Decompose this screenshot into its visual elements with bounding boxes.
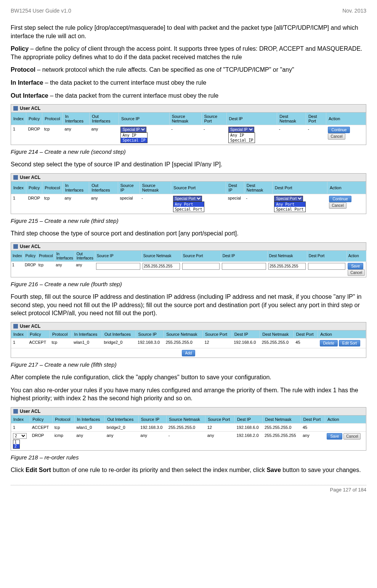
cell-protocol: tcp xyxy=(37,261,55,277)
cell-outif: bridge2_0 xyxy=(102,338,136,348)
th-action: Action xyxy=(327,182,366,194)
dest-ip-select[interactable]: Special IP xyxy=(228,127,254,132)
panel-label: User ACL xyxy=(20,106,40,111)
th-destip: Dest IP xyxy=(232,330,260,338)
source-mask-input[interactable] xyxy=(143,263,180,270)
source-ip-options[interactable]: Any IP Special IP xyxy=(120,132,147,143)
acl-table: Index Policy Protocol In Interfaces Out … xyxy=(11,416,366,450)
cell-srcip xyxy=(95,261,141,277)
source-port-options[interactable]: Any Port Special Port xyxy=(173,201,204,212)
acl-table: Index Policy Protocol In Interfaces Out … xyxy=(11,182,366,214)
option-any-ip[interactable]: Any IP xyxy=(229,133,255,138)
page-footer: Page 127 of 184 xyxy=(11,485,366,493)
cell-protocol: icmp xyxy=(53,431,75,450)
acl-table: Index Policy Protocol In Interfaces Out … xyxy=(11,330,366,348)
cell-srcport: Special Port Any Port Special Port xyxy=(171,194,226,214)
th-policy: Policy xyxy=(26,182,42,194)
doc-date: Nov. 2013 xyxy=(342,8,366,14)
option-1[interactable]: 1 xyxy=(13,440,19,444)
cell-srcport xyxy=(181,261,221,277)
add-bar: Add xyxy=(11,348,366,358)
th-srcmask: Source Netmask xyxy=(140,182,171,194)
option-any-ip[interactable]: Any IP xyxy=(121,133,147,138)
th-destport: Dest Port xyxy=(306,113,326,125)
option-any-port[interactable]: Any Port xyxy=(173,202,204,207)
option-special-ip[interactable]: Special IP xyxy=(121,138,147,143)
th-action: Action xyxy=(325,416,366,424)
th-destip: Dest IP xyxy=(226,182,244,194)
cancel-button[interactable]: Cancel xyxy=(329,202,346,209)
delete-button[interactable]: Delete xyxy=(320,340,338,346)
cell-inif: any xyxy=(63,194,89,214)
index-select[interactable]: 2 xyxy=(13,433,27,439)
index-options[interactable]: 1 2 xyxy=(13,440,20,449)
text-fragment: button to save your changes. xyxy=(281,467,361,473)
th-srcmask: Source Netmask xyxy=(164,330,203,338)
panel-icon xyxy=(13,106,18,111)
source-port-input[interactable] xyxy=(182,263,220,270)
continue-button[interactable]: Continue xyxy=(329,196,351,202)
cell-inif: any xyxy=(55,261,75,277)
cell-inif: wlan1_0 xyxy=(74,423,104,431)
cell-inif: any xyxy=(63,125,89,145)
th-policy: Policy xyxy=(27,330,50,338)
option-any-port[interactable]: Any Port xyxy=(274,202,305,207)
th-srcmask: Source Netmask xyxy=(141,251,181,262)
cell-destport xyxy=(307,261,347,277)
cancel-button[interactable]: Cancel xyxy=(328,133,345,140)
th-srcport: Source Port xyxy=(181,251,221,262)
cell-action: Save Cancel xyxy=(325,431,366,450)
th-destport: Dest Port xyxy=(294,330,318,338)
source-ip-input[interactable] xyxy=(96,263,140,270)
th-index: Index xyxy=(11,113,26,125)
cell-srcip: 192.168.3.0 xyxy=(136,338,164,348)
th-action: Action xyxy=(347,251,366,262)
cell-policy: DROP xyxy=(26,194,42,214)
cell-destip: 192.168.6.0 xyxy=(232,338,260,348)
cell-destmask: 255.255.255.255 xyxy=(263,431,301,450)
source-port-select[interactable]: Special Port xyxy=(173,196,202,201)
dest-port-select[interactable]: Special Port xyxy=(274,196,303,201)
term-desc: – network protocol which the rule affect… xyxy=(35,66,294,73)
continue-button[interactable]: Continue xyxy=(328,127,350,133)
th-action: Action xyxy=(326,113,366,125)
cell-destip: 192.168.6.0 xyxy=(234,423,263,431)
cell-srcmask xyxy=(141,261,181,277)
add-button[interactable]: Add xyxy=(182,350,196,356)
th-srcip: Source IP xyxy=(136,330,164,338)
option-special-port[interactable]: Special Port xyxy=(173,207,204,212)
term-out-interface: Out Interface xyxy=(11,92,48,99)
cell-protocol: tcp xyxy=(53,423,75,431)
body-text: Second step select the type of source IP… xyxy=(11,160,366,169)
th-action: Action xyxy=(318,330,366,338)
cell-destmask: - xyxy=(244,194,272,214)
dest-mask-input[interactable] xyxy=(268,263,306,270)
dest-ip-input[interactable] xyxy=(222,263,266,270)
panel-icon xyxy=(13,244,18,249)
dest-port-input[interactable] xyxy=(308,263,345,270)
cell-protocol: tcp xyxy=(42,194,63,214)
acl-table: Index Policy Protocol In Interfaces Out … xyxy=(11,251,366,277)
cell-outif: any xyxy=(89,194,118,214)
save-button[interactable]: Save xyxy=(327,433,342,440)
option-special-port[interactable]: Special Port xyxy=(274,207,305,212)
source-ip-select[interactable]: Special IP xyxy=(120,127,146,132)
th-srcmask: Source Netmask xyxy=(169,113,202,125)
dest-port-options[interactable]: Any Port Special Port xyxy=(274,201,305,212)
option-special-ip[interactable]: Special IP xyxy=(229,138,255,143)
save-button[interactable]: Save xyxy=(348,263,363,269)
cancel-button[interactable]: Cancel xyxy=(343,433,361,440)
panel-title: User ACL xyxy=(11,105,366,113)
table-row: 1 ACCEPT tcp wlan1_0 bridge2_0 192.168.3… xyxy=(11,423,366,431)
th-srcport: Source Port xyxy=(205,416,235,424)
panel-title: User ACL xyxy=(11,174,366,182)
term-in-interface: In Interface xyxy=(11,79,43,86)
th-index: Index xyxy=(11,330,27,338)
table-row: 1 DROP tcp any any Save Cancel xyxy=(11,261,366,277)
cancel-button[interactable]: Cancel xyxy=(348,269,365,276)
th-inif: In Interfaces xyxy=(72,330,102,338)
option-2[interactable]: 2 xyxy=(13,444,19,448)
edit-sort-button[interactable]: Edit Sort xyxy=(339,340,360,346)
cell-srcmask: - xyxy=(140,194,171,214)
dest-ip-options[interactable]: Any IP Special IP xyxy=(228,132,255,143)
